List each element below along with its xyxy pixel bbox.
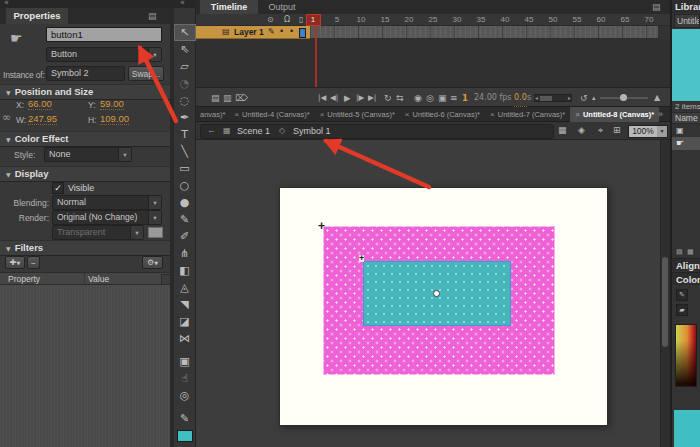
oval-primitive-tool[interactable]: ● <box>174 194 196 211</box>
link-wh-icon[interactable]: ∞ <box>2 111 11 124</box>
ink-bottle-tool[interactable]: ◬ <box>174 279 196 296</box>
section-filters[interactable]: ▼Filters <box>0 240 170 256</box>
go-to-last-frame-button[interactable]: ▶| <box>368 88 376 108</box>
timeline-zoom-slider-knob[interactable] <box>620 94 627 101</box>
add-filter-button[interactable]: ✚▼ <box>5 256 25 269</box>
remove-filter-button[interactable]: − <box>27 256 40 269</box>
fill-color-button[interactable]: ▰ <box>676 304 688 316</box>
width-tool[interactable]: ⋈ <box>174 330 196 347</box>
zoom-tool[interactable]: ◎ <box>174 387 196 404</box>
collapse-tools-icon[interactable]: « <box>180 0 185 7</box>
layer-visibility-dot[interactable]: • <box>280 26 283 36</box>
stroke-color-button[interactable]: ✎ <box>676 289 688 301</box>
fill-color-control[interactable] <box>174 427 196 444</box>
edit-symbols-icon[interactable]: ◈ <box>578 125 585 135</box>
loop-range-button[interactable]: ⇆ <box>396 88 404 108</box>
document-tab-6[interactable]: ×Untitled-6 (Canvas)* <box>400 107 485 122</box>
eraser-tool[interactable]: ◪ <box>174 313 196 330</box>
go-to-first-frame-button[interactable]: |◀ <box>318 88 326 108</box>
collapse-panel-icon[interactable]: « <box>4 0 9 7</box>
y-value[interactable]: 59.00 <box>100 98 124 110</box>
document-tab-5[interactable]: ×Untitled-5 (Canvas)* <box>315 107 400 122</box>
center-stage-icon[interactable]: ⌖ <box>598 125 603 136</box>
breadcrumb-scene[interactable]: Scene 1 <box>237 126 270 136</box>
modify-markers-button[interactable]: ≡ <box>450 88 458 108</box>
selection-tool[interactable]: ↖ <box>174 24 196 41</box>
library-item-symbol1[interactable]: ▣ <box>672 124 700 137</box>
document-tab-4[interactable]: ×Untitled-4 (Canvas)* <box>229 107 314 122</box>
loop-button[interactable]: ↻ <box>384 88 392 108</box>
instance-name-input[interactable]: button1 <box>46 27 162 42</box>
close-tab-icon[interactable]: × <box>234 110 239 119</box>
h-value[interactable]: 109.00 <box>100 113 129 125</box>
close-tab-icon[interactable]: × <box>405 110 410 119</box>
tab-overflow-icon[interactable]: » <box>658 109 663 119</box>
subselection-tool[interactable]: ⇖ <box>174 41 196 58</box>
onion-skin-outlines-button[interactable]: ◎ <box>426 88 434 108</box>
layer-name[interactable]: Layer 1 <box>234 27 264 37</box>
tab-timeline[interactable]: Timeline <box>200 0 258 14</box>
oval-tool[interactable]: ○ <box>174 177 196 194</box>
blending-dropdown[interactable]: Normal ▼ <box>52 195 162 210</box>
section-position-size[interactable]: ▼Position and Size <box>0 84 170 100</box>
grid-icon[interactable]: ⊞ <box>613 125 621 135</box>
play-button[interactable]: ▶ <box>344 88 351 108</box>
frame-rate-value[interactable]: 24.00 fps <box>474 88 512 108</box>
library-panel-title[interactable]: Library <box>672 0 700 13</box>
section-display[interactable]: ▼Display <box>0 166 170 182</box>
document-tab-7[interactable]: ×Untitled-7 (Canvas)* <box>485 107 570 122</box>
close-tab-icon[interactable]: × <box>575 110 580 119</box>
new-folder-button[interactable]: ▥ <box>223 88 232 108</box>
timeline-zoom-out-icon[interactable]: ▴ <box>592 88 596 108</box>
eyedropper-tool[interactable]: ◥ <box>174 296 196 313</box>
canvas-vertical-scrollbar[interactable] <box>660 140 670 447</box>
frames-strip[interactable] <box>310 26 658 39</box>
tab-output[interactable]: Output <box>260 0 304 14</box>
pencil-tool[interactable]: ✎ <box>174 211 196 228</box>
back-icon[interactable]: ← <box>207 125 216 135</box>
library-item-symbol2-selected[interactable]: ☛ <box>672 137 700 150</box>
section-color-effect[interactable]: ▼Color Effect <box>0 131 170 147</box>
layer-outline-color-swatch[interactable] <box>299 28 306 38</box>
w-value[interactable]: 247.95 <box>28 113 57 125</box>
canvas-pasteboard[interactable]: + + <box>196 140 660 447</box>
edit-scene-icon[interactable]: ▦ <box>558 125 567 135</box>
text-tool[interactable]: T <box>174 126 196 143</box>
line-tool[interactable]: ╲ <box>174 143 196 160</box>
reset-timeline-zoom-button[interactable]: ↺ <box>580 88 588 108</box>
paint-bucket-tool[interactable]: ◧ <box>174 262 196 279</box>
swap-button[interactable]: Swap... <box>128 66 164 81</box>
pen-tool[interactable]: ✒ <box>174 109 196 126</box>
lasso-tool[interactable]: ◌ <box>174 92 196 109</box>
symbol-type-dropdown[interactable]: Button ▼ <box>46 47 162 62</box>
step-forward-button[interactable]: |▶ <box>356 88 364 108</box>
hand-tool[interactable]: ☝ <box>174 370 196 387</box>
layer-lock-dot[interactable]: • <box>290 26 293 36</box>
step-back-button[interactable]: ◀| <box>330 88 338 108</box>
breadcrumb-symbol[interactable]: Symbol 1 <box>293 126 331 136</box>
rectangle-tool[interactable]: ▭ <box>174 160 196 177</box>
color-spectrum-swatch[interactable] <box>675 324 697 387</box>
timeline-zoom-in-icon[interactable]: ▲ <box>654 88 660 108</box>
layer-row[interactable]: ▤ Layer 1 ✎ • • <box>196 26 310 39</box>
library-document-dropdown[interactable]: Untitled-8 <box>674 14 700 28</box>
onion-skin-button[interactable]: ◉ <box>414 88 422 108</box>
document-tab-partial[interactable]: anvas)* <box>196 107 229 122</box>
render-dropdown[interactable]: Original (No Change) ▼ <box>52 210 162 225</box>
edit-multiple-frames-button[interactable]: ▣ <box>438 88 447 108</box>
visible-checkbox[interactable]: ✓ <box>52 182 64 194</box>
free-transform-tool[interactable]: ▱ <box>174 58 196 75</box>
stage[interactable]: + + <box>279 187 608 426</box>
library-name-column-header[interactable]: Name <box>672 112 700 124</box>
style-dropdown[interactable]: None ▼ <box>44 147 132 162</box>
scrollbar-thumb[interactable] <box>540 96 552 101</box>
stage-zoom-dropdown[interactable]: 100% ▼ <box>628 125 668 138</box>
timeline-ruler[interactable]: 1510152025303540455055606570 <box>0 15 700 26</box>
scrollbar-thumb[interactable] <box>662 257 668 347</box>
document-tab-8[interactable]: ×Untitled-8 (Canvas)* <box>570 107 659 122</box>
panel-menu-icon[interactable]: ▤ <box>652 2 661 12</box>
current-fill-color-swatch[interactable] <box>674 410 700 447</box>
toolbar-options[interactable]: ▣ <box>174 353 196 370</box>
new-layer-button[interactable]: ▤ <box>211 88 220 108</box>
stroke-color-control[interactable]: ✎ <box>174 410 196 427</box>
